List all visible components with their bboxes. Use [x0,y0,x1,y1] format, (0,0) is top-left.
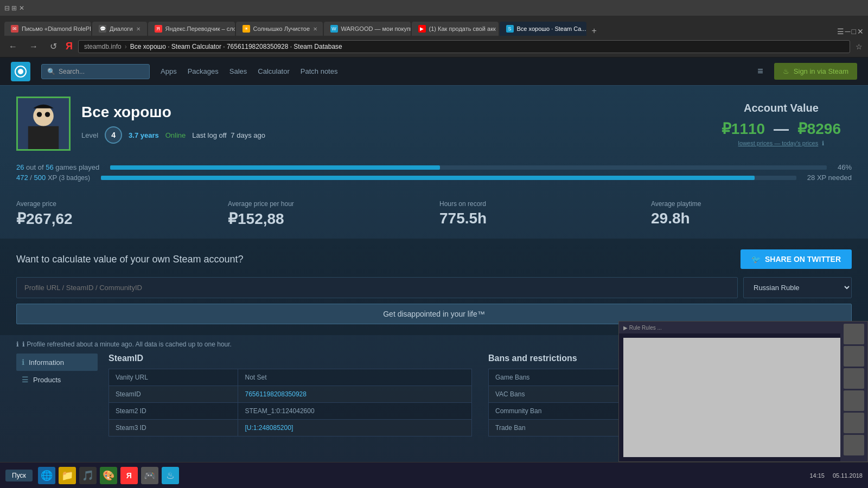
stat-avg-playtime-value: 29.8h [651,210,852,227]
url-bar[interactable]: steamdb.info › Все хорошо · Steam Calcul… [78,40,850,53]
floating-side-icons [840,322,867,461]
tab-favicon-dialogs: 💬 [99,25,106,33]
taskbar-steam-icon[interactable]: ♨ [162,467,179,484]
avatar [16,97,71,151]
games-stat-row: 26 out of 56 games played 46% [16,163,852,171]
stat-avg-price: Average price ₽267,62 [16,200,217,228]
browser-chrome: ⊟ ⊞ ✕ [0,0,868,16]
steamid-table: Vanity URL Not Set SteamID 7656119820835… [108,369,472,436]
taskbar-explorer-icon[interactable]: 📁 [59,467,76,484]
sidebar-item-information[interactable]: ℹ Information [16,354,98,371]
url-separator: › [125,43,127,50]
steamid-steam3-value: [U:1:248085200] [238,420,472,436]
side-icon-3 [844,368,864,389]
tab-favicon-wargood: W [330,25,338,33]
tab-favicon-steamdb: S [506,25,514,33]
profile-years: 3.7 years [129,131,159,139]
steamid-vanity-value: Not Set [238,369,472,386]
twitter-button[interactable]: 🐦 SHARE ON TWITTER [741,249,852,269]
steamid-section: SteamID Vanity URL Not Set SteamID 76561… [108,354,472,447]
window-menu-button[interactable]: ☰ [837,27,844,36]
sign-in-label: Sign in via Steam [794,67,848,75]
stat-avg-price-value: ₽267,62 [16,210,217,228]
games-total: 56 [46,163,53,171]
level-label: Level [81,131,98,139]
steam-icon: ♨ [783,67,789,75]
account-value: Account Value ₽1110 — ₽8296 lowest price… [711,97,852,152]
price-note-link[interactable]: lowest prices — today's prices [738,140,819,146]
last-log-value: 7 days ago [231,131,265,139]
taskbar-game-icon[interactable]: 🎮 [141,467,158,484]
nav-apps[interactable]: Apps [161,67,177,75]
nav-sales[interactable]: Sales [229,67,247,75]
stat-avg-price-hour-label: Average price per hour [228,200,429,208]
nav-calculator[interactable]: Calculator [258,67,290,75]
minimize-button[interactable]: ─ [845,27,851,36]
nav-links: Apps Packages Sales Calculator Patch not… [161,67,746,75]
forward-button[interactable]: → [26,41,41,53]
nav-menu-icon[interactable]: ≡ [757,66,763,77]
tab-favicon-sunshine: ☀ [242,25,250,33]
search-box[interactable]: 🔍 Search... [41,64,150,79]
sidebar-item-products[interactable]: ☰ Products [16,371,98,388]
price-note: lowest prices — today's prices ℹ [722,140,841,147]
currency-select[interactable]: Russian Ruble [743,277,852,298]
nav-patch-notes[interactable]: Patch notes [301,67,338,75]
xp-progress-container [101,176,796,180]
calc-inputs: Russian Ruble [16,277,852,298]
profile-username: Все хорошо [81,104,265,121]
taskbar-paint-icon[interactable]: 🎨 [100,467,117,484]
back-button[interactable]: ← [5,41,21,53]
search-placeholder: Search... [59,68,85,75]
tab-steamdb[interactable]: S Все хорошо · Steam Ca... ✕ [500,22,586,36]
xp-unit: XP [48,174,59,182]
price-range: ₽1110 — ₽8296 [722,120,841,138]
numeric-stats: Average price ₽267,62 Average price per … [0,195,868,239]
nav-packages[interactable]: Packages [188,67,219,75]
tab-yandex[interactable]: Я Яндекс.Переводчик – сло ✕ [148,22,235,36]
tab-mail[interactable]: ✉ Письмо «Diamond RolePla ✕ [4,22,91,36]
tab-wargood[interactable]: W WARGOOD — мои покупк ✕ [324,22,411,36]
tab-video[interactable]: ▶ (1) Как продать свой акк ✕ [412,22,499,36]
games-pct: 46% [838,163,852,171]
tab-sunshine[interactable]: ☀ Солнышко Лучистое ✕ [236,22,323,36]
start-button[interactable]: Пуск [5,470,33,481]
bookmark-icon[interactable]: ☆ [856,42,863,51]
profile-url-input[interactable] [16,277,738,298]
calc-header: Want to calculate value of your own Stea… [16,249,852,269]
xp-current: 472 [16,174,28,182]
games-label2: games played [55,163,99,171]
taskbar-media-icon[interactable]: 🎵 [79,467,97,484]
stat-hours-value: 775.5h [439,210,640,227]
tab-label: Все хорошо · Steam Ca... [517,25,586,32]
new-tab-button[interactable]: + [588,26,601,36]
steamid-link[interactable]: 76561198208350928 [245,390,306,398]
sign-in-button[interactable]: ♨ Sign in via Steam [774,63,857,80]
games-progress-bar [110,165,440,170]
table-row: Steam2 ID STEAM_1:0:124042600 [109,403,472,420]
tab-close[interactable]: ✕ [136,26,141,32]
refresh-button[interactable]: ↺ [47,40,60,53]
tab-label: Яндекс.Переводчик – сло [165,25,235,32]
tab-dialogs[interactable]: 💬 Диалоги ✕ [92,22,147,36]
maximize-button[interactable]: □ [852,27,856,36]
list-icon: ☰ [22,375,29,384]
tab-favicon-yandex: Я [155,25,162,33]
taskbar-ie-icon[interactable]: 🌐 [38,467,55,484]
table-row: Steam3 ID [U:1:248085200] [109,420,472,436]
stat-avg-price-hour-value: ₽152,88 [228,210,429,228]
twitter-label: SHARE ON TWITTER [765,255,841,264]
price-separator: — [774,120,789,137]
profile-left: Все хорошо Level 4 3.7 years Online Last… [16,97,265,151]
steam3-link[interactable]: [U:1:248085200] [245,424,293,432]
close-button[interactable]: ✕ [857,27,864,36]
steamid-steam2-label: Steam2 ID [109,403,238,420]
level-badge: 4 [105,126,122,144]
stat-avg-playtime-label: Average playtime [651,200,852,208]
tab-close[interactable]: ✕ [313,26,317,32]
floating-content-area [619,333,867,461]
tab-bar: ✉ Письмо «Diamond RolePla ✕ 💬 Диалоги ✕ … [0,16,868,36]
price-low: ₽1110 [722,120,765,137]
logo-icon [11,62,30,81]
taskbar-yandex-icon[interactable]: Я [120,467,138,484]
